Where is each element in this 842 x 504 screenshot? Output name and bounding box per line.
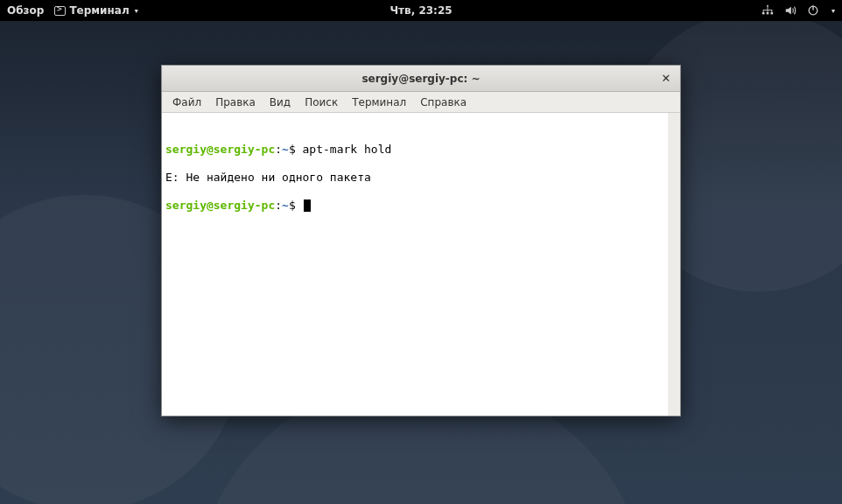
gnome-topbar: Обзор Терминал ▾ Чтв, 23:25 ▾ bbox=[0, 0, 842, 21]
close-icon: ✕ bbox=[662, 72, 671, 85]
clock[interactable]: Чтв, 23:25 bbox=[389, 4, 452, 17]
scrollbar[interactable] bbox=[669, 114, 679, 416]
menubar: Файл Правка Вид Поиск Терминал Справка bbox=[162, 92, 680, 113]
command-text bbox=[296, 199, 303, 212]
svg-rect-5 bbox=[762, 12, 765, 15]
terminal-line: sergiy@sergiy-pc:~$ bbox=[165, 199, 664, 213]
menu-edit[interactable]: Правка bbox=[208, 94, 263, 111]
svg-rect-7 bbox=[770, 12, 773, 15]
menu-terminal[interactable]: Терминал bbox=[345, 94, 413, 111]
command-text: apt-mark hold bbox=[296, 143, 392, 156]
power-icon[interactable] bbox=[807, 4, 819, 17]
menu-search[interactable]: Поиск bbox=[298, 94, 345, 111]
terminal-line: sergiy@sergiy-pc:~$ apt-mark hold bbox=[165, 143, 664, 157]
svg-rect-3 bbox=[763, 10, 764, 12]
terminal-window: sergiy@sergiy-pc: ~ ✕ Файл Правка Вид По… bbox=[161, 65, 681, 416]
terminal-area[interactable]: sergiy@sergiy-pc:~$ apt-mark hold E: Не … bbox=[162, 113, 680, 416]
prompt-dollar: $ bbox=[289, 143, 296, 156]
window-title: sergiy@sergiy-pc: ~ bbox=[361, 73, 480, 85]
menu-file[interactable]: Файл bbox=[165, 94, 208, 111]
prompt-path: ~ bbox=[282, 143, 289, 156]
prompt-path: ~ bbox=[282, 199, 289, 212]
system-menu-chevron-icon[interactable]: ▾ bbox=[831, 7, 835, 15]
cursor bbox=[304, 200, 311, 212]
window-titlebar[interactable]: sergiy@sergiy-pc: ~ ✕ bbox=[162, 66, 680, 92]
terminal-icon bbox=[54, 6, 66, 16]
svg-rect-4 bbox=[771, 10, 772, 12]
terminal-output: E: Не найдено ни одного пакета bbox=[165, 171, 664, 185]
svg-rect-6 bbox=[767, 12, 769, 15]
svg-rect-1 bbox=[768, 7, 768, 10]
volume-icon[interactable] bbox=[784, 4, 796, 17]
app-menu-label: Терминал bbox=[69, 4, 129, 17]
prompt-user: sergiy@sergiy-pc bbox=[165, 143, 275, 156]
app-menu[interactable]: Терминал ▾ bbox=[54, 4, 137, 17]
menu-view[interactable]: Вид bbox=[263, 94, 298, 111]
chevron-down-icon: ▾ bbox=[135, 7, 138, 15]
svg-rect-8 bbox=[768, 10, 768, 12]
menu-help[interactable]: Справка bbox=[413, 94, 474, 111]
svg-rect-10 bbox=[812, 5, 813, 10]
close-button[interactable]: ✕ bbox=[657, 70, 675, 88]
prompt-dollar: $ bbox=[289, 199, 296, 212]
svg-rect-0 bbox=[767, 5, 768, 7]
prompt-user: sergiy@sergiy-pc bbox=[165, 199, 275, 212]
network-icon[interactable] bbox=[761, 4, 774, 17]
activities-button[interactable]: Обзор bbox=[7, 4, 44, 17]
